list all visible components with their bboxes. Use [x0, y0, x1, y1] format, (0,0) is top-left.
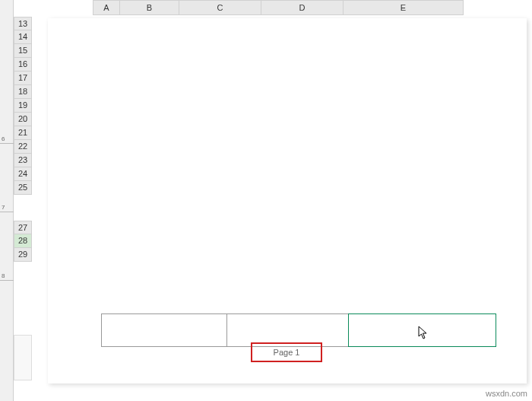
footer-left-section[interactable] — [101, 313, 226, 347]
column-headers: A B C D E — [33, 0, 464, 15]
column-header-D[interactable]: D — [261, 0, 344, 15]
row-headers: 13 14 15 16 17 18 19 20 21 22 23 24 25 2… — [14, 17, 33, 262]
column-header-gap — [33, 0, 93, 15]
row-header[interactable]: 16 — [14, 58, 32, 72]
row-header[interactable]: 13 — [14, 17, 32, 30]
ruler-mark — [0, 212, 14, 212]
row-header[interactable]: 29 — [14, 248, 32, 262]
column-header-A[interactable]: A — [93, 0, 120, 15]
column-header-B[interactable]: B — [120, 0, 179, 15]
row-group-gap — [14, 195, 32, 221]
ruler-segment-bottom — [14, 335, 32, 380]
row-header[interactable]: 17 — [14, 72, 32, 85]
row-header[interactable]: 20 — [14, 113, 32, 126]
row-header[interactable]: 22 — [14, 140, 32, 154]
row-header[interactable]: 18 — [14, 85, 32, 99]
row-header[interactable]: 27 — [14, 221, 32, 234]
vertical-ruler: 6 7 8 — [0, 0, 14, 401]
row-header[interactable]: 25 — [14, 181, 32, 195]
row-header[interactable]: 14 — [14, 30, 32, 44]
page-number-label: Page 1 — [274, 348, 300, 357]
ruler-mark-label: 7 — [2, 204, 5, 211]
ruler-mark-label: 8 — [2, 272, 5, 279]
watermark-text: wsxdn.com — [486, 389, 527, 398]
ruler-mark-label: 6 — [2, 135, 5, 142]
ruler-mark — [0, 143, 14, 144]
row-header[interactable]: 24 — [14, 167, 32, 181]
row-header[interactable]: 23 — [14, 154, 32, 167]
page-number-highlight: Page 1 — [251, 342, 322, 362]
row-header-selected[interactable]: 28 — [14, 234, 32, 248]
row-header[interactable]: 21 — [14, 126, 32, 140]
row-header[interactable]: 19 — [14, 99, 32, 113]
row-header[interactable]: 15 — [14, 44, 32, 58]
ruler-mark — [0, 280, 14, 281]
column-header-C[interactable]: C — [179, 0, 261, 15]
footer-right-section[interactable] — [348, 313, 496, 347]
column-header-E[interactable]: E — [344, 0, 464, 15]
